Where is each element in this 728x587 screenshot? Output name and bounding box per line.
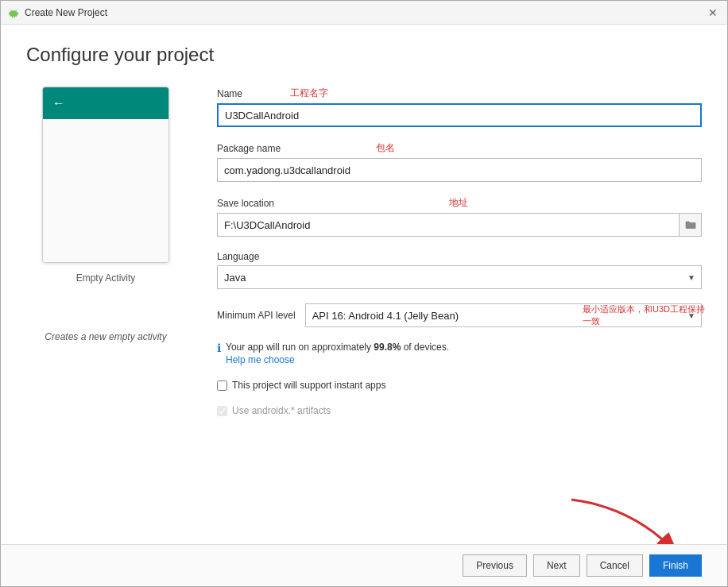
phone-body (43, 119, 168, 262)
titlebar-left: Create New Project (7, 6, 107, 19)
help-me-choose-link[interactable]: Help me choose (226, 354, 449, 365)
android-icon (7, 6, 20, 19)
activity-label: Empty Activity (76, 272, 136, 284)
phone-header: ← (43, 87, 168, 119)
name-label: Name (217, 88, 242, 99)
titlebar: Create New Project ✕ (1, 1, 727, 25)
location-annotation: 地址 (449, 196, 468, 210)
svg-rect-3 (17, 12, 18, 14)
right-panel: Name 工程名字 Package name 包名 (217, 79, 702, 544)
info-row: ℹ Your app will run on approximately 99.… (217, 342, 702, 365)
previous-button[interactable]: Previous (463, 554, 527, 577)
info-percentage: 99.8% (374, 342, 401, 353)
phone-preview: ← (42, 87, 169, 263)
svg-rect-5 (14, 16, 15, 17)
header: Configure your project (1, 25, 727, 79)
create-project-window: Create New Project ✕ Configure your proj… (0, 0, 728, 587)
package-input[interactable] (217, 158, 702, 182)
api-level-group: Minimum API level API 16: Android 4.1 (J… (217, 303, 702, 327)
content-area: Configure your project ← Empty Activity … (1, 25, 727, 544)
api-annotation: 最小适应版本，和U3D工程保持一致 (583, 303, 710, 328)
instant-apps-row: This project will support instant apps (217, 380, 702, 391)
package-group: Package name 包名 (217, 141, 702, 182)
body: ← Empty Activity Creates a new empty act… (1, 79, 727, 544)
svg-rect-4 (12, 16, 13, 17)
close-button[interactable]: ✕ (705, 5, 721, 21)
instant-apps-checkbox[interactable] (217, 380, 227, 391)
save-location-input[interactable] (217, 213, 680, 237)
name-annotation: 工程名字 (290, 87, 328, 100)
save-location-label: Save location (217, 198, 274, 209)
save-location-input-row (217, 213, 702, 237)
svg-line-7 (16, 9, 17, 10)
footer: Previous Next Cancel Finish (1, 544, 727, 586)
info-text-block: Your app will run on approximately 99.8%… (226, 342, 449, 365)
androidx-checkbox[interactable] (217, 406, 227, 416)
folder-icon (685, 220, 696, 230)
cancel-button[interactable]: Cancel (587, 554, 643, 577)
next-button[interactable]: Next (533, 554, 580, 577)
info-text-after: of devices. (401, 342, 449, 353)
androidx-label: Use androidx.* artifacts (232, 405, 331, 416)
window-title: Create New Project (25, 7, 107, 18)
page-title: Configure your project (26, 44, 702, 66)
name-input[interactable] (217, 103, 702, 127)
language-select[interactable]: Java Kotlin (217, 265, 702, 289)
instant-apps-label: This project will support instant apps (232, 380, 385, 391)
api-level-label: Minimum API level (217, 310, 296, 321)
finish-button[interactable]: Finish (649, 554, 702, 577)
name-group: Name 工程名字 (217, 87, 702, 127)
package-label: Package name (217, 143, 281, 154)
info-text-before: Your app will run on approximately (226, 342, 374, 353)
info-icon: ℹ (217, 342, 221, 354)
androidx-row: Use androidx.* artifacts (217, 405, 702, 416)
browse-button[interactable] (680, 213, 702, 237)
svg-rect-2 (9, 12, 10, 14)
language-group: Language Java Kotlin ▼ (217, 251, 702, 289)
package-annotation: 包名 (376, 141, 395, 155)
save-location-group: Save location 地址 (217, 196, 702, 237)
svg-line-6 (10, 9, 11, 10)
left-panel: ← Empty Activity Creates a new empty act… (26, 79, 185, 544)
language-select-wrapper: Java Kotlin ▼ (217, 265, 702, 289)
back-arrow-icon: ← (52, 96, 65, 110)
description-label: Creates a new empty activity (45, 331, 166, 342)
language-label: Language (217, 251, 702, 262)
